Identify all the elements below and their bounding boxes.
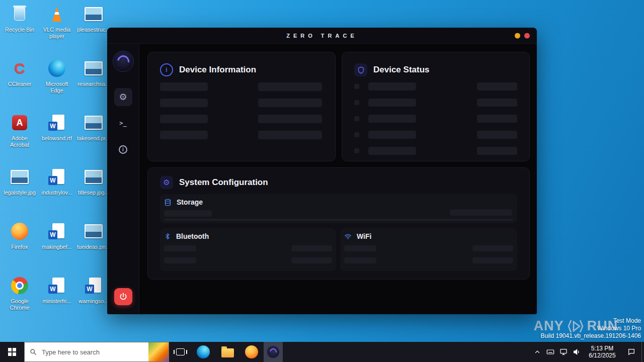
desktop-icon-legalstyle[interactable]: legalstyle.jpg (2, 166, 38, 196)
settings-nav-button[interactable] (114, 88, 132, 106)
bluetooth-icon (164, 233, 171, 240)
desktop-icon-label: industrylov... (39, 190, 75, 196)
hidden-icons-button[interactable] (531, 342, 544, 362)
vm-test-mode: Test Mode (541, 317, 641, 325)
word-file-icon (45, 112, 69, 134)
bluetooth-panel: Bluetooth (160, 228, 336, 271)
skeleton-bar (477, 115, 517, 123)
zerotrace-app-icon (267, 345, 280, 358)
skeleton-progress-track (164, 219, 513, 221)
desktop-icon-acrobat[interactable]: Adobe Acrobat (2, 112, 38, 148)
skeleton-bar (258, 115, 322, 123)
desktop-icon-industrylov[interactable]: industrylov... (39, 166, 75, 196)
skeleton-bar (368, 82, 416, 90)
window-titlebar[interactable]: ZERO TRACE (107, 28, 537, 44)
desktop-icon-pleasestruc[interactable]: pleasestruc... (75, 3, 112, 33)
chevron-up-icon (534, 349, 540, 355)
taskbar-zerotrace-button[interactable] (264, 342, 283, 362)
vm-info: Test Mode Windows 10 Pro Build 19041.vb_… (541, 317, 641, 340)
desktop-icon-ccleaner[interactable]: CCleaner (2, 57, 38, 87)
keyboard-icon (546, 348, 554, 356)
vm-os-name: Windows 10 Pro (541, 325, 641, 332)
vm-build: Build 19041.vb_release.191206-1406 (541, 332, 641, 340)
firefox-icon (8, 220, 32, 242)
system-configuration-card: System Configuration Storage (147, 167, 530, 280)
vlc-cone-icon (45, 3, 69, 25)
close-button[interactable] (524, 33, 530, 38)
desktop-icon-label: researchsa... (75, 81, 112, 87)
bluetooth-title: Bluetooth (176, 232, 209, 240)
info-nav-button[interactable] (114, 140, 132, 158)
volume-icon (573, 348, 581, 356)
device-information-card: Device Information (147, 52, 336, 161)
skeleton-bar (160, 99, 208, 107)
skeleton-bar (164, 210, 212, 217)
skeleton-bar (477, 99, 517, 107)
desktop-icon-label: takesend.pr... (75, 135, 112, 142)
desktop-icon-label: belowand.rtf (39, 135, 75, 142)
skeleton-dot (354, 116, 359, 121)
desktop-icon-vlc[interactable]: VLC media player (39, 3, 75, 40)
search-input[interactable] (41, 348, 144, 356)
taskbar-search[interactable] (24, 342, 169, 362)
gear-icon (119, 93, 127, 102)
recycle-bin-icon (8, 3, 32, 25)
taskbar-firefox-button[interactable] (239, 342, 264, 362)
desktop-icon-belowand[interactable]: belowand.rtf (39, 112, 75, 142)
device-info-icon (160, 63, 173, 76)
desktop-icon-chrome[interactable]: Google Chrome (2, 275, 38, 311)
start-button[interactable] (0, 342, 24, 362)
desktop-icon-researchsa[interactable]: researchsa... (75, 57, 112, 87)
touch-keyboard-button[interactable] (544, 342, 557, 362)
task-view-button[interactable] (169, 342, 191, 362)
taskbar-file-explorer-button[interactable] (215, 342, 239, 362)
skeleton-dot (354, 100, 359, 105)
desktop-icon-label: makingbef... (39, 244, 75, 250)
power-button[interactable] (114, 288, 132, 305)
skeleton-bar (164, 257, 196, 263)
wifi-title: WiFi (357, 232, 371, 240)
storage-panel: Storage (160, 194, 517, 223)
skeleton-bar (344, 257, 376, 263)
volume-button[interactable] (570, 342, 583, 362)
skeleton-bar (477, 131, 517, 139)
firefox-icon (245, 345, 258, 358)
desktop-icon-label: titlesep.jpg... (75, 190, 112, 196)
skeleton-bar (477, 147, 517, 155)
desktop-icon-label: CCleaner (2, 81, 38, 87)
desktop-icon-makingbef[interactable]: makingbef... (39, 220, 75, 250)
system-configuration-title: System Configuration (179, 177, 268, 188)
network-icon (559, 348, 568, 356)
skeleton-bar (450, 209, 512, 216)
device-status-skeleton (354, 82, 517, 155)
word-file-icon (45, 166, 69, 188)
storage-title: Storage (177, 198, 203, 206)
desktop-icon-tueideas[interactable]: tueideas.pn... (75, 220, 112, 250)
desktop-icon-label: VLC media player (39, 27, 75, 40)
desktop-icon-label: tueideas.pn... (75, 244, 112, 250)
action-center-button[interactable] (621, 342, 641, 362)
gear-icon (160, 176, 173, 189)
minimize-button[interactable] (515, 33, 520, 38)
network-button[interactable] (557, 342, 570, 362)
device-status-card: Device Status (342, 52, 530, 161)
edge-icon (197, 345, 210, 358)
search-highlight-thumbnail[interactable] (148, 342, 169, 361)
skeleton-bar (258, 131, 322, 139)
show-desktop-button[interactable] (641, 342, 644, 362)
desktop-icon-firefox[interactable]: Firefox (2, 220, 38, 250)
zerotrace-window: ZERO TRACE (107, 28, 537, 314)
desktop-icon-label: warningso... (75, 298, 112, 305)
desktop-icon-titlesep[interactable]: titlesep.jpg... (75, 166, 112, 196)
desktop-icon-ministerfri[interactable]: ministerfri... (39, 275, 75, 305)
taskbar-clock[interactable]: 5:13 PM 6/12/2025 (583, 342, 621, 362)
skeleton-bar (160, 82, 208, 91)
desktop-icon-warningso[interactable]: warningso... (75, 275, 112, 305)
skeleton-bar (368, 131, 416, 139)
terminal-nav-button[interactable] (114, 114, 132, 132)
desktop-icon-takesend[interactable]: takesend.pr... (75, 112, 112, 142)
taskbar-edge-button[interactable] (191, 342, 215, 362)
desktop-icon-label: Microsoft Edge (39, 81, 75, 94)
desktop-icon-edge[interactable]: Microsoft Edge (39, 57, 75, 94)
desktop-icon-recycle-bin[interactable]: Recycle Bin (2, 3, 38, 33)
